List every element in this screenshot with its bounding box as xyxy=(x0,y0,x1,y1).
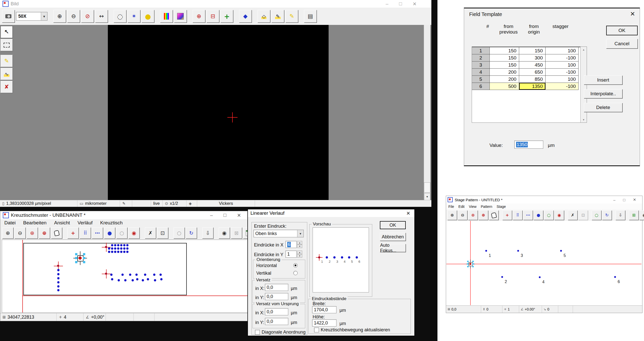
versatz-x-input[interactable]: 0,0 xyxy=(265,284,288,291)
pattern-point[interactable] xyxy=(110,274,113,276)
report-icon[interactable]: ▤ xyxy=(304,10,317,23)
table-cell[interactable]: 150 xyxy=(490,54,519,61)
pencil-tool-icon[interactable]: ✎ xyxy=(1,55,13,67)
ursprung-y-input[interactable]: 0,0 xyxy=(265,318,288,325)
delete-button[interactable]: Delete xyxy=(584,103,622,112)
pattern-point[interactable] xyxy=(136,278,139,281)
pattern-canvas[interactable] xyxy=(2,240,249,313)
scroll-up-icon[interactable]: ▴ xyxy=(581,48,587,51)
ursprung-x-input[interactable]: 0,0 xyxy=(265,308,288,315)
zoom-out-icon[interactable]: ⊖ xyxy=(14,227,26,239)
row-pattern-icon[interactable]: ⋯ xyxy=(92,227,103,239)
versatz-y-input[interactable]: 0,0 xyxy=(265,293,288,300)
pattern-point[interactable] xyxy=(126,247,129,250)
row-header[interactable]: 2 xyxy=(472,54,490,61)
table-row[interactable]: 1150150100 xyxy=(472,47,581,54)
target-circle-icon[interactable]: ⊕ xyxy=(193,10,205,23)
pattern-point[interactable] xyxy=(356,256,358,259)
pattern-point[interactable] xyxy=(333,256,336,259)
table-row[interactable]: 5200850100 xyxy=(472,76,581,83)
close-button[interactable]: ✕ xyxy=(633,197,636,202)
pattern-point[interactable] xyxy=(560,250,562,252)
vertical-scrollbar[interactable]: ▾ xyxy=(424,25,430,200)
zoom-in-icon[interactable]: ⊕ xyxy=(2,227,13,239)
indenter-icon[interactable]: ⇩ xyxy=(616,210,625,220)
brightness-icon[interactable]: ✶ xyxy=(128,10,140,23)
abbrechen-button[interactable]: Abbrechen xyxy=(380,233,406,241)
menu-edit[interactable]: Edit xyxy=(459,205,465,209)
table-cell[interactable]: 100 xyxy=(546,47,579,54)
pattern-point[interactable] xyxy=(57,289,60,291)
row-header[interactable]: 6 xyxy=(472,83,490,90)
breite-input[interactable]: 1704,0 xyxy=(312,306,336,313)
erster-eindruck-select[interactable]: Oben links ▾ xyxy=(253,230,304,237)
ok-button[interactable]: OK xyxy=(380,221,406,229)
table-cell[interactable]: 150 xyxy=(519,47,546,54)
pattern-point[interactable] xyxy=(114,244,116,246)
table-cell[interactable]: 500 xyxy=(490,83,519,90)
color-palette-icon[interactable] xyxy=(160,10,173,23)
circle-point-icon[interactable]: ◉ xyxy=(128,227,140,239)
pattern-point[interactable] xyxy=(122,274,124,276)
table-cell[interactable]: 150 xyxy=(490,61,519,69)
zoom-selection-icon[interactable]: ⊕ xyxy=(39,227,50,239)
table-cell[interactable]: 200 xyxy=(490,76,519,83)
pattern-point[interactable] xyxy=(117,251,120,253)
pattern-point[interactable] xyxy=(120,244,123,246)
scroll-down-icon[interactable]: ▾ xyxy=(581,118,587,121)
pattern-point[interactable] xyxy=(123,251,126,253)
zoom-out-icon[interactable]: ⊖ xyxy=(458,210,467,220)
reference-cross[interactable] xyxy=(102,269,111,278)
table-row[interactable]: 4200650-100 xyxy=(472,69,581,76)
table-cell[interactable]: 200 xyxy=(490,69,519,76)
horizontal-radio[interactable] xyxy=(293,263,298,268)
pattern-point[interactable] xyxy=(111,251,113,253)
pattern-point[interactable] xyxy=(485,250,487,252)
draw-pencil-icon[interactable]: ✎ xyxy=(285,10,298,23)
rotate-pattern-icon[interactable]: ↻ xyxy=(602,210,612,220)
vertikal-radio[interactable] xyxy=(293,271,298,275)
pattern-point[interactable] xyxy=(326,256,328,259)
table-cell[interactable]: -100 xyxy=(546,83,579,90)
pattern-point[interactable] xyxy=(160,278,163,281)
cancel-button[interactable]: Cancel xyxy=(606,39,638,49)
pattern-point[interactable] xyxy=(57,285,60,288)
pattern-point[interactable] xyxy=(147,278,149,281)
maximize-button[interactable]: □ xyxy=(224,212,226,218)
close-button[interactable]: ✕ xyxy=(237,212,241,218)
pattern-point[interactable] xyxy=(142,279,144,282)
snapshot-icon[interactable] xyxy=(174,10,187,23)
circle-pattern-icon[interactable]: ○ xyxy=(544,210,554,220)
zoom-point-icon[interactable]: ⊕ xyxy=(27,227,38,239)
ok-button[interactable]: OK xyxy=(606,26,638,35)
zoom-in-icon[interactable]: ⊕ xyxy=(447,210,457,220)
pattern-point[interactable] xyxy=(144,274,146,276)
eindruecke-y-stepper[interactable]: ▴▾ xyxy=(297,251,302,258)
hoehe-input[interactable]: 1422,0 xyxy=(312,319,336,327)
stage-cross-icon[interactable]: + xyxy=(221,10,233,23)
pattern-point[interactable] xyxy=(539,276,541,278)
pattern-point[interactable] xyxy=(160,274,162,276)
interpolate-button[interactable]: Interpolate.. xyxy=(584,89,622,98)
indenter-icon[interactable]: ⇩ xyxy=(202,227,213,239)
camera-live-image[interactable] xyxy=(108,25,329,200)
marquee-tool-icon[interactable] xyxy=(1,39,13,51)
row-pattern-icon[interactable]: ⋯ xyxy=(523,210,533,220)
pattern-point[interactable] xyxy=(108,247,110,250)
table-row[interactable]: 2150300-100 xyxy=(472,54,581,61)
grid-pattern-icon[interactable]: ⠿ xyxy=(80,227,91,239)
eindruecke-y-input[interactable]: 1 xyxy=(285,251,297,258)
auto-fokus-button[interactable]: Auto Fokus... xyxy=(380,244,406,252)
pattern-point[interactable] xyxy=(120,247,123,250)
menu-ansicht[interactable]: Ansicht xyxy=(54,220,70,226)
selected-point-marker[interactable] xyxy=(467,261,474,267)
menu-view[interactable]: View xyxy=(469,205,477,209)
close-button[interactable]: ✕ xyxy=(630,10,635,18)
menu-kreuztisch[interactable]: Kreuztisch xyxy=(100,220,123,226)
pattern-point[interactable] xyxy=(111,244,113,246)
objective-icon[interactable]: ◉ xyxy=(219,227,230,239)
fit-view-icon[interactable]: ⊡ xyxy=(157,227,168,239)
table-cell[interactable]: 300 xyxy=(519,54,546,61)
table-cell[interactable]: 100 xyxy=(546,76,579,83)
pattern-point[interactable] xyxy=(111,278,113,281)
